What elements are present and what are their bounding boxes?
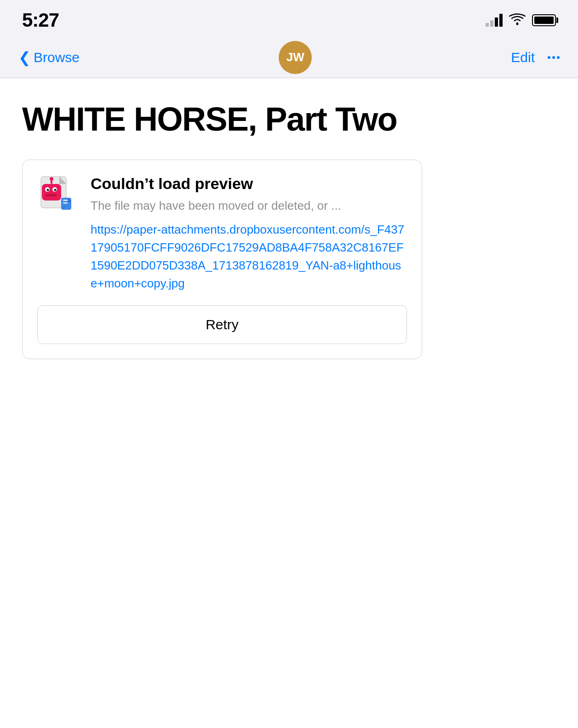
avatar[interactable]: JW [279,41,312,74]
more-button[interactable] [548,56,560,59]
preview-card-text: Couldn’t load preview The file may have … [91,175,407,292]
svg-point-8 [50,177,53,181]
battery-icon [532,14,556,26]
nav-right-actions: Edit [511,50,560,65]
back-button[interactable]: ❮ Browse [18,50,80,65]
main-content: WHITE HORSE, Part Two [0,78,578,728]
dot-icon [552,56,555,59]
svg-point-0 [516,23,519,25]
svg-rect-12 [63,202,68,204]
page-title: WHITE HORSE, Part Two [22,101,556,138]
chevron-left-icon: ❮ [18,50,31,65]
dot-icon [557,56,560,59]
wifi-icon [509,13,526,28]
preview-card-header: Couldn’t load preview The file may have … [37,175,407,292]
dot-icon [548,56,550,59]
edit-button[interactable]: Edit [511,50,535,65]
error-title: Couldn’t load preview [91,175,407,193]
error-subtitle: The file may have been moved or deleted,… [91,197,407,214]
signal-icon [486,14,503,27]
status-bar: 5:27 [0,0,578,37]
svg-point-6 [54,189,57,191]
status-time: 5:27 [22,9,59,31]
broken-file-icon [37,175,78,215]
status-icons [486,13,556,28]
retry-button[interactable]: Retry [37,305,407,344]
back-label: Browse [34,50,80,65]
file-link[interactable]: https://paper-attachments.dropboxusercon… [91,221,407,292]
svg-rect-2 [42,184,61,201]
nav-bar: ❮ Browse JW Edit [0,37,578,78]
preview-card: Couldn’t load preview The file may have … [22,160,422,359]
svg-rect-9 [46,194,57,196]
svg-point-5 [47,189,49,191]
